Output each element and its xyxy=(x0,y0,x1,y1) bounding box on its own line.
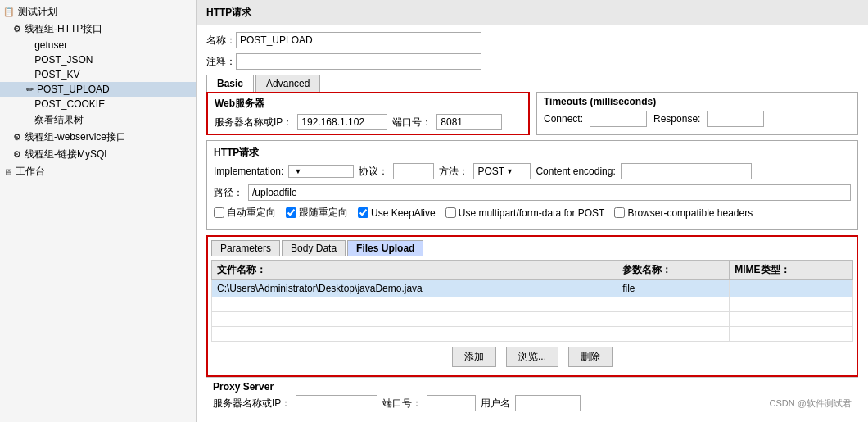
multipart-checkbox[interactable] xyxy=(445,207,456,218)
sidebar-item-thread-http[interactable]: ⚙ 线程组-HTTP接口 xyxy=(0,20,196,38)
browse-button[interactable]: 浏览... xyxy=(506,347,558,367)
form-area: 名称： 注释： Basic Advanced Web服务器 服务器名称或IP： xyxy=(197,25,868,421)
connect-input[interactable] xyxy=(590,111,647,127)
path-label: 路径： xyxy=(214,186,243,200)
auto-redirect-checkbox[interactable] xyxy=(214,207,224,218)
test-plan-icon: 📋 xyxy=(3,7,15,17)
thread-icon: ⚙ xyxy=(13,24,21,34)
watermark: CSDN @软件测试君 xyxy=(770,397,852,410)
path-row: 路径： xyxy=(214,184,851,201)
col-param: 参数名称： xyxy=(617,261,730,280)
method-value: POST xyxy=(477,166,504,177)
col-filename: 文件名称： xyxy=(212,261,617,280)
inner-tab-parameters[interactable]: Parameters xyxy=(211,240,280,256)
name-label: 名称： xyxy=(206,34,236,48)
checkboxes-row: 自动重定向 跟随重定向 Use KeepAlive Use multipart/… xyxy=(214,206,851,220)
keepalive-checkbox[interactable] xyxy=(358,207,368,218)
view-result-icon xyxy=(26,116,31,125)
proxy-user-label: 用户名 xyxy=(481,397,510,411)
method-label: 方法： xyxy=(439,165,468,179)
method-select[interactable]: POST▼ xyxy=(473,163,531,179)
proxy-server-label: 服务器名称或IP： xyxy=(213,397,291,411)
sidebar-item-workbench[interactable]: 🖥 工作台 xyxy=(0,163,196,180)
sidebar: 📋 测试计划 ⚙ 线程组-HTTP接口 getuser POST_JSON PO… xyxy=(0,0,197,422)
web-server-row: 服务器名称或IP： 端口号： xyxy=(215,114,522,130)
sidebar-item-post-json[interactable]: POST_JSON xyxy=(0,52,196,67)
comment-row: 注释： xyxy=(206,53,858,70)
checkbox-browser-compat[interactable]: Browser-compatible headers xyxy=(614,207,753,219)
name-input[interactable] xyxy=(236,32,481,48)
post-kv-icon xyxy=(26,70,31,79)
timeouts-section: Timeouts (milliseconds) Connect: Respons… xyxy=(536,92,858,135)
proxy-port-input[interactable] xyxy=(427,395,476,411)
sidebar-item-view-result[interactable]: 察看结果树 xyxy=(0,111,196,129)
response-input[interactable] xyxy=(707,111,764,127)
protocol-input[interactable] xyxy=(393,163,434,179)
col-mime: MIME类型： xyxy=(730,261,853,280)
mime-type-cell xyxy=(730,280,853,297)
table-row-empty-1 xyxy=(212,297,853,312)
comment-input[interactable] xyxy=(236,53,481,70)
checkbox-multipart[interactable]: Use multipart/form-data for POST xyxy=(445,207,605,219)
sidebar-item-test-plan[interactable]: 📋 测试计划 xyxy=(0,3,196,20)
http-method-row: Implementation: ▼ 协议： 方法： POST▼ Content … xyxy=(214,163,851,179)
tab-advanced[interactable]: Advanced xyxy=(255,75,320,92)
files-table: 文件名称： 参数名称： MIME类型： C:\Users\Administrat… xyxy=(211,260,853,342)
action-buttons: 添加 浏览... 删除 xyxy=(211,347,853,367)
connect-label: Connect: xyxy=(544,113,583,125)
proxy-user-input[interactable] xyxy=(515,395,581,411)
server-name-label: 服务器名称或IP： xyxy=(215,116,292,129)
timeouts-title: Timeouts (milliseconds) xyxy=(544,96,851,107)
delete-button[interactable]: 删除 xyxy=(568,347,613,367)
http-request-title: HTTP请求 xyxy=(214,146,851,160)
follow-redirect-checkbox[interactable] xyxy=(286,207,296,218)
table-row-empty-2 xyxy=(212,312,853,327)
param-name-cell: file xyxy=(617,280,730,297)
timeouts-row: Connect: Response: xyxy=(544,111,851,127)
sidebar-item-thread-mysql[interactable]: ⚙ 线程组-链接MySQL xyxy=(0,146,196,163)
browser-compat-checkbox[interactable] xyxy=(614,207,625,218)
checkbox-keepalive[interactable]: Use KeepAlive xyxy=(358,207,436,219)
server-name-input[interactable] xyxy=(297,114,387,130)
post-upload-icon: ✏ xyxy=(26,84,34,95)
sidebar-item-post-upload[interactable]: ✏ POST_UPLOAD xyxy=(0,82,196,97)
add-button[interactable]: 添加 xyxy=(452,347,496,367)
impl-label: Implementation: xyxy=(214,166,283,177)
checkbox-auto-redirect[interactable]: 自动重定向 xyxy=(214,206,276,220)
path-input[interactable] xyxy=(248,184,851,201)
response-label: Response: xyxy=(653,113,700,125)
proxy-row: 服务器名称或IP： 端口号： 用户名 CSDN @软件测试君 xyxy=(213,395,852,411)
page-title: HTTP请求 xyxy=(197,0,868,25)
workbench-icon: 🖥 xyxy=(3,167,12,177)
web-server-title: Web服务器 xyxy=(215,97,522,111)
inner-tab-body-data[interactable]: Body Data xyxy=(282,240,346,256)
sidebar-item-getuser[interactable]: getuser xyxy=(0,38,196,52)
files-upload-section: Parameters Body Data Files Upload 文件名称： … xyxy=(206,235,858,377)
file-name-cell: C:\Users\Administrator\Desktop\javaDemo.… xyxy=(212,280,617,297)
web-server-section: Web服务器 服务器名称或IP： 端口号： xyxy=(206,92,530,135)
table-row[interactable]: C:\Users\Administrator\Desktop\javaDemo.… xyxy=(212,280,853,297)
impl-select[interactable]: ▼ xyxy=(288,165,354,178)
name-row: 名称： xyxy=(206,32,858,48)
protocol-label: 协议： xyxy=(359,165,388,179)
inner-tab-files-upload[interactable]: Files Upload xyxy=(347,240,423,256)
webservice-icon: ⚙ xyxy=(13,132,21,143)
main-content: HTTP请求 名称： 注释： Basic Advanced Web服务器 xyxy=(197,0,868,422)
post-json-icon xyxy=(26,55,31,65)
mysql-icon: ⚙ xyxy=(13,149,21,160)
main-tabs: Basic Advanced xyxy=(206,75,858,92)
sidebar-item-post-kv[interactable]: POST_KV xyxy=(0,67,196,82)
tab-basic[interactable]: Basic xyxy=(206,75,254,92)
encoding-input[interactable] xyxy=(621,163,752,179)
comment-label: 注释： xyxy=(206,55,236,69)
proxy-server-input[interactable] xyxy=(296,395,377,411)
sidebar-item-thread-webservice[interactable]: ⚙ 线程组-webservice接口 xyxy=(0,129,196,146)
proxy-title: Proxy Server xyxy=(213,381,852,393)
port-input[interactable] xyxy=(436,114,502,130)
checkbox-follow-redirect[interactable]: 跟随重定向 xyxy=(286,206,348,220)
server-timeout-container: Web服务器 服务器名称或IP： 端口号： Timeouts (millisec… xyxy=(206,92,858,135)
sidebar-item-post-cookie[interactable]: POST_COOKIE xyxy=(0,97,196,111)
port-label: 端口号： xyxy=(392,116,432,129)
getuser-icon xyxy=(26,40,31,50)
proxy-port-label: 端口号： xyxy=(382,397,422,411)
